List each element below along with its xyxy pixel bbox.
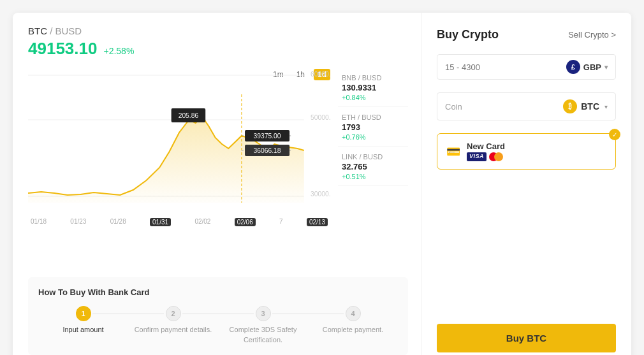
card-row[interactable]: 💳 New Card VISA ✓ xyxy=(437,133,616,170)
coin-list: BNB / BUSD 130.9331 +0.84% ETH / BUSD 17… xyxy=(338,69,408,267)
coin-selector-row[interactable]: Coin ₿ BTC ▾ xyxy=(437,92,616,120)
price-change: +2.58% xyxy=(103,46,134,56)
coin-selector-label: Coin xyxy=(445,102,563,112)
date-label-0202: 02/02 xyxy=(194,218,210,226)
price-row: 49153.10 +2.58% xyxy=(28,39,408,59)
eth-price: 1793 xyxy=(342,122,404,132)
coin-list-item-link[interactable]: LINK / BUSD 32.765 +0.51% xyxy=(338,148,408,186)
link-price: 32.765 xyxy=(342,162,404,171)
step-4-label: Complete payment. xyxy=(323,325,383,335)
svg-text:60000.00: 60000.00 xyxy=(311,71,330,78)
coin-title: BTC / BUSD xyxy=(28,25,408,36)
coin-list-item-bnb[interactable]: BNB / BUSD 130.9331 +0.84% xyxy=(338,69,408,107)
step-3: 3 Complete 3DS Safety Certification. xyxy=(218,306,308,345)
date-label-0131: 01/31 xyxy=(150,218,171,226)
step-2: 2 Confirm payment details. xyxy=(128,306,218,335)
how-to-buy-section: How To Buy With Bank Card 1 Input amount… xyxy=(28,277,408,355)
chart-main: 1m 1h 1d 60000.00 50000.00 30000.00 xyxy=(28,69,330,267)
mc-circle-orange xyxy=(494,152,503,161)
card-icon: 💳 xyxy=(446,145,460,159)
right-panel: Buy Crypto Sell Crypto > £ GBP ▾ Coin ₿ … xyxy=(421,13,631,355)
currency-label: GBP xyxy=(583,62,601,72)
coin-value-text: BTC xyxy=(581,101,599,112)
svg-text:205.86: 205.86 xyxy=(179,112,199,119)
svg-text:50000.00: 50000.00 xyxy=(311,114,330,121)
step-3-num: 3 xyxy=(256,306,271,321)
amount-row: £ GBP ▾ xyxy=(437,54,616,80)
btc-icon: ₿ xyxy=(563,99,577,113)
svg-text:39375.00: 39375.00 xyxy=(254,133,281,140)
card-name: New Card xyxy=(467,141,606,151)
chart-svg: 60000.00 50000.00 30000.00 xyxy=(28,69,330,215)
check-badge: ✓ xyxy=(609,129,620,140)
visa-logo: VISA xyxy=(467,152,487,161)
chevron-down-icon: ▾ xyxy=(604,64,608,71)
coin-name: BTC xyxy=(28,25,47,36)
step-2-num: 2 xyxy=(166,306,181,321)
price-main: 49153.10 xyxy=(28,39,97,59)
left-panel: BTC / BUSD 49153.10 +2.58% 1m 1h 1d xyxy=(13,13,421,355)
how-to-buy-title: How To Buy With Bank Card xyxy=(38,287,398,297)
coin-list-item-eth[interactable]: ETH / BUSD 1793 +0.76% xyxy=(338,108,408,147)
eth-pair: ETH / BUSD xyxy=(342,113,404,121)
steps-container: 1 Input amount 2 Confirm payment details… xyxy=(38,306,398,345)
step-1-num: 1 xyxy=(76,306,91,321)
svg-text:36066.18: 36066.18 xyxy=(254,147,281,154)
sell-crypto-link[interactable]: Sell Crypto > xyxy=(568,30,616,40)
link-pair: LINK / BUSD xyxy=(342,153,404,161)
step-4-num: 4 xyxy=(346,306,361,321)
gbp-icon: £ xyxy=(566,60,580,74)
step-1: 1 Input amount xyxy=(38,306,128,335)
bnb-price: 130.9331 xyxy=(342,83,404,92)
coin-header: BTC / BUSD 49153.10 +2.58% xyxy=(28,25,408,59)
date-label-0123: 01/23 xyxy=(70,218,86,226)
date-label-0213: 02/13 xyxy=(307,218,328,226)
bnb-change: +0.84% xyxy=(342,94,404,101)
buy-crypto-title: Buy Crypto xyxy=(437,28,499,41)
card-logos: VISA xyxy=(467,152,606,161)
card-info: New Card VISA xyxy=(467,141,606,161)
link-change: +0.51% xyxy=(342,173,404,180)
bnb-pair: BNB / BUSD xyxy=(342,74,404,82)
coin-chevron-down-icon: ▾ xyxy=(604,103,608,110)
buy-btc-button[interactable]: Buy BTC xyxy=(437,324,616,352)
eth-change: +0.76% xyxy=(342,133,404,141)
amount-input[interactable] xyxy=(445,62,561,72)
coin-value: ₿ BTC xyxy=(563,99,599,113)
chart-area: 1m 1h 1d 60000.00 50000.00 30000.00 xyxy=(28,69,408,267)
date-label-0207: 7 xyxy=(279,218,283,226)
mastercard-logo xyxy=(489,152,503,161)
step-3-label: Complete 3DS Safety Certification. xyxy=(218,325,308,345)
svg-text:30000.00: 30000.00 xyxy=(311,191,330,198)
currency-selector[interactable]: £ GBP ▾ xyxy=(566,60,608,74)
date-label-0118: 01/18 xyxy=(31,218,47,226)
step-1-label: Input amount xyxy=(62,325,103,335)
step-2-label: Confirm payment details. xyxy=(135,325,212,335)
date-labels: 01/18 01/23 01/28 01/31 02/02 02/06 7 02… xyxy=(28,218,330,226)
buy-header: Buy Crypto Sell Crypto > xyxy=(437,28,616,41)
date-label-0206: 02/06 xyxy=(235,218,256,226)
coin-pair: / BUSD xyxy=(50,25,82,36)
step-4: 4 Complete payment. xyxy=(308,306,398,335)
date-label-0128: 01/28 xyxy=(110,218,126,226)
main-container: BTC / BUSD 49153.10 +2.58% 1m 1h 1d xyxy=(13,13,631,355)
